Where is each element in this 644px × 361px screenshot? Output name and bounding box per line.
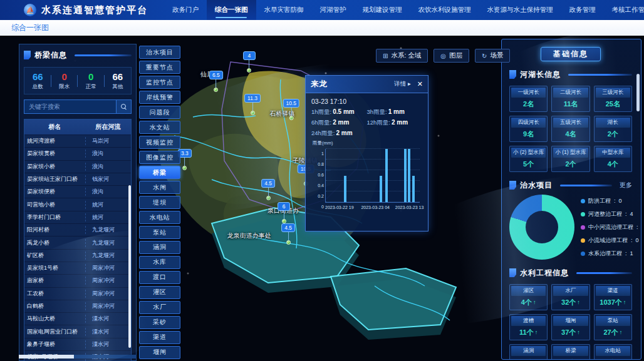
layer-menu-item[interactable]: 水电站 [139, 211, 180, 224]
layer-menu-item[interactable]: 堤坝 [139, 196, 180, 209]
layer-menu-item[interactable]: 监控节点 [139, 76, 180, 89]
close-icon[interactable]: ✕ [417, 80, 423, 88]
map-station-marker[interactable]: 6 [278, 202, 290, 223]
layer-menu-item[interactable]: 渡口 [139, 271, 180, 284]
card-label: 五级河长 [553, 118, 588, 128]
layer-menu-item[interactable]: 岸线预警 [139, 91, 180, 104]
bridge-river-cell: 九龙堰河 [85, 226, 131, 234]
bridge-table-row[interactable]: 李学村门口桥 姚河 [24, 211, 131, 223]
marker-value: 4.5 [281, 223, 295, 232]
layer-menu-item[interactable]: 问题段 [139, 106, 180, 119]
layer-menu-item[interactable]: 水厂 [139, 301, 180, 314]
nav-tab[interactable]: 考核工作管理 [604, 0, 644, 20]
bridge-table-row[interactable]: 象鼻子堰桥 潥水河 [24, 338, 131, 350]
bridge-table-row[interactable]: 晏家坝便桥 浪沟 [24, 185, 131, 198]
rain-metric: 1h雨量:0.5 mm [311, 108, 367, 116]
layer-menu-item[interactable]: 水库 [139, 256, 180, 269]
water-works-card[interactable]: 渡槽 11个 ↑ [509, 314, 548, 340]
table-horizontal-scrollbar[interactable] [19, 355, 137, 358]
river-chief-card[interactable]: 二级河长 11名 [551, 86, 589, 112]
nav-tab[interactable]: 政务管理 [561, 0, 604, 20]
layer-menu-item[interactable]: 视频监控 [139, 136, 180, 149]
layer-menu-item[interactable]: 重要节点 [139, 61, 180, 74]
legend-item: 小流域治理工程: 0 [581, 236, 641, 245]
layer-menu-item[interactable]: 灌区 [139, 286, 180, 299]
water-works-card[interactable]: 水厂 32个 ↑ [551, 284, 589, 310]
bridge-search-input[interactable] [24, 99, 117, 114]
map-control-button[interactable]: ◎ 图层 [434, 49, 469, 63]
water-works-card[interactable]: 灌区 4个 ↑ [509, 284, 548, 310]
water-works-card[interactable]: 涵洞 47个 ↑ [509, 344, 548, 360]
bridge-stat: 0 限水 [51, 71, 78, 91]
search-button[interactable] [117, 99, 132, 114]
marker-dot-icon [289, 116, 293, 120]
nav-tab[interactable]: 水资源与水土保持管理 [479, 0, 561, 20]
river-chief-card[interactable]: 五级河长 4名 [551, 116, 589, 142]
bridge-table-row[interactable]: 晏家坝站王家门口桥 钱家河 [24, 173, 131, 185]
bridge-table-row[interactable]: 工农桥 周家冲河 [24, 287, 131, 300]
water-works-card[interactable]: 渠道 1037个 ↑ [594, 284, 632, 310]
layer-menu-item[interactable]: 图像监控 [139, 151, 180, 164]
river-chief-card[interactable]: 中型水库 4个 [594, 146, 632, 172]
basic-info-panel: 基础信息 河湖长信息 一级河长 2名 二级河长 11名 三级河长 [501, 39, 641, 360]
bridge-table-row[interactable]: 唐家桥 周家冲河 [24, 274, 131, 287]
map-control-button[interactable]: ⊞ 水系: 全域 [376, 49, 428, 63]
bridge-table-row[interactable]: 姚河湾渡桥 马崇河 [24, 135, 131, 147]
legend-dot-icon [581, 225, 585, 230]
layer-menu-item[interactable]: 桥梁 [139, 166, 180, 179]
nav-tab[interactable]: 规划建设管理 [355, 0, 410, 20]
layer-menu-item[interactable]: 堰闸 [139, 346, 180, 359]
rain-metric: 12h雨量:2 mm [367, 119, 423, 127]
basic-info-header-button[interactable]: 基础信息 [541, 47, 601, 61]
rain-metric-label: 24h雨量: [311, 130, 335, 136]
water-works-card[interactable]: 堰闸 37个 ↑ [551, 314, 589, 340]
nav-tab[interactable]: 河湖管护 [312, 0, 355, 20]
more-link[interactable]: 更多 [620, 181, 632, 190]
layer-menu-item[interactable]: 水文站 [139, 121, 180, 134]
panel-scrollbar[interactable] [636, 74, 640, 111]
bridge-table-row[interactable]: 阳河村桥 九龙堰河 [24, 223, 131, 236]
river-chief-card[interactable]: 湖长 2个 [594, 116, 632, 142]
bridge-table-row[interactable]: 晏家坝小桥 浪沟 [24, 160, 131, 173]
river-chief-card[interactable]: 三级河长 25名 [594, 86, 632, 112]
table-vertical-scrollbar[interactable] [128, 185, 131, 348]
river-chief-card[interactable]: 小 (1) 型水库 2个 [551, 146, 589, 172]
map-station-marker[interactable]: 6.5 [209, 71, 223, 92]
map-station-marker[interactable]: 10.5 [283, 99, 299, 120]
nav-tab[interactable]: 农饮水利设施管理 [410, 0, 479, 20]
nav-tab[interactable]: 水旱灾害防御 [256, 0, 312, 20]
popup-detail-link[interactable]: 详情 ▸ [394, 80, 410, 88]
layer-menu-item[interactable]: 水闸 [139, 181, 180, 194]
map-station-marker[interactable]: 11.3 [244, 94, 261, 115]
map-control-button[interactable]: ↻ 场景 [475, 49, 510, 63]
layer-menu-item[interactable]: 治水项目 [139, 46, 180, 59]
breadcrumb[interactable]: 综合一张图 [11, 23, 49, 33]
nav-tab[interactable]: 政务门户 [164, 0, 207, 20]
map-station-marker[interactable]: 4 [243, 51, 256, 73]
layer-menu-item[interactable]: 涵洞 [139, 241, 180, 254]
river-chief-card[interactable]: 四级河长 9名 [509, 116, 548, 142]
layer-menu-item[interactable]: 泵站 [139, 226, 180, 239]
bridge-table-row[interactable]: 马鞍山大桥 潥水河 [24, 312, 131, 325]
water-works-card[interactable]: 桥梁 66个 ↑ [551, 344, 589, 360]
bridge-table-row[interactable]: 吴家坝1号桥 周家冲河 [24, 262, 131, 274]
layer-menu-item[interactable]: 渠道 [139, 331, 180, 344]
water-works-card[interactable]: 水电站 3个 ↑ [594, 344, 632, 360]
card-label: 渠道 [596, 286, 630, 296]
bridge-table-row[interactable]: 晏家坝贯桥 浪沟 [24, 147, 131, 160]
bridge-table-row[interactable]: 禹龙小桥 九龙堰河 [24, 236, 131, 248]
river-chief-card[interactable]: 小 (2) 型水库 5个 [509, 146, 548, 172]
donut-chart [509, 195, 574, 260]
bridge-table-row[interactable]: 司营地小桥 姚河 [24, 198, 131, 210]
bridge-table-row[interactable]: 国家电网营业门口桥 潥水河 [24, 325, 131, 337]
scrollbar-thumb[interactable] [19, 355, 74, 358]
map-station-marker[interactable]: 4.5 [281, 223, 295, 245]
bridge-table-row[interactable]: 矿区桥 九龙堰河 [24, 249, 131, 262]
water-works-card[interactable]: 泵站 27个 ↑ [594, 314, 632, 340]
bridge-table-row[interactable]: 白鹤桥 周家冲河 [24, 300, 131, 312]
layer-menu-item[interactable]: 采砂 [139, 316, 180, 329]
map-station-marker[interactable]: 4.5 [261, 179, 275, 200]
nav-tab[interactable]: 综合一张图 [207, 0, 256, 20]
app-title: 水系连通智慧管护平台 [41, 4, 148, 16]
river-chief-card[interactable]: 一级河长 2名 [509, 86, 548, 112]
